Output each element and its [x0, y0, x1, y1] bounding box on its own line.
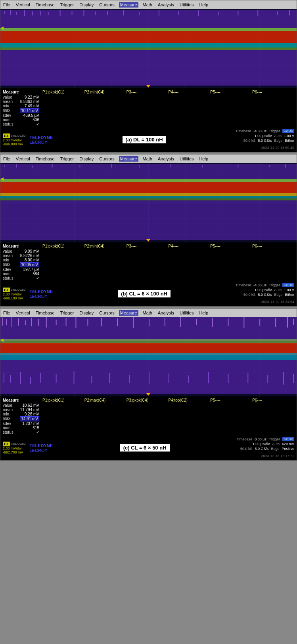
mem-c: 50.0 kS	[240, 447, 253, 451]
timestamp-c: 2023-12-18 12:17:21	[261, 454, 294, 458]
menu-timebase-b[interactable]: Timebase	[34, 156, 56, 162]
menu-analysis-c[interactable]: Analysis	[157, 310, 175, 316]
svg-rect-13	[0, 10, 297, 28]
stat-key-mean-b: mean	[3, 253, 13, 258]
menu-measure-c[interactable]: Measure	[119, 310, 138, 316]
menu-file-a[interactable]: File	[2, 2, 11, 8]
param-p5-b: P5----	[210, 244, 252, 248]
stat-key-value-b: value	[3, 249, 12, 253]
trigger-label-a: Trigger	[269, 129, 280, 133]
stat-val-mean-c: 11.794 mV	[20, 408, 39, 412]
menu-cursors-b[interactable]: Cursors	[98, 156, 116, 162]
ch-coupling-a: BwL DC50	[11, 134, 26, 137]
svg-rect-20	[4, 11, 5, 14]
svg-rect-25	[40, 11, 41, 15]
panel-a: File Vertical Timebase Trigger Display C…	[0, 0, 297, 152]
brand-b: C1 BwL DC50 2.00 mV/div -996.100 mV TELE…	[3, 288, 53, 300]
param-p2-c: P2:max(C4)	[84, 398, 126, 402]
ch-badge-b: C1	[3, 288, 10, 292]
menu-help-b[interactable]: Help	[198, 156, 209, 162]
menu-cursors-a[interactable]: Cursors	[98, 2, 116, 8]
brand-a: C1 BwL DC50 2.00 mV/div -996.000 mV TELE…	[3, 133, 53, 146]
param-p1-c: P1:pkpk(C1)	[42, 398, 84, 402]
svg-rect-57	[0, 164, 297, 179]
menu-analysis-b[interactable]: Analysis	[157, 156, 175, 162]
menu-display-b[interactable]: Display	[78, 156, 95, 162]
svg-rect-98	[11, 317, 12, 327]
stat-key-sdev-c: sdev	[3, 421, 11, 426]
menu-vertical-c[interactable]: Vertical	[15, 310, 31, 316]
menu-file-b[interactable]: File	[2, 156, 11, 162]
menu-file-c[interactable]: File	[2, 310, 11, 316]
tb-delay-c: 0.00 µs	[255, 437, 266, 441]
menu-measure-a[interactable]: Measure	[119, 2, 138, 8]
svg-rect-133	[169, 373, 169, 383]
menu-display-a[interactable]: Display	[78, 2, 95, 8]
menu-math-a[interactable]: Math	[142, 2, 153, 8]
svg-rect-67	[52, 164, 53, 168]
svg-rect-28	[72, 11, 73, 15]
param-p1-b: P1:pkpk(C1)	[42, 244, 84, 248]
menu-timebase-a[interactable]: Timebase	[34, 2, 56, 8]
menu-math-b[interactable]: Math	[142, 156, 153, 162]
caption-c: (c) CL = 6 × 50 nH	[120, 444, 170, 452]
svg-rect-30	[95, 11, 96, 15]
tb-level-b: 1.00 V	[284, 288, 294, 292]
param-p4-b: P4----	[168, 244, 210, 248]
stat-val-max-c: 14.91 mV	[20, 416, 39, 421]
menu-math-c[interactable]: Math	[142, 310, 153, 316]
svg-rect-17	[0, 43, 297, 48]
tb-scale-b: 1.00 µs/div	[255, 288, 272, 292]
tb-auto-b: Auto	[274, 288, 282, 292]
menu-vertical-a[interactable]: Vertical	[15, 2, 31, 8]
svg-rect-134	[188, 375, 189, 383]
svg-rect-62	[0, 198, 297, 200]
caption-a: (a) DL = 100 nH	[123, 136, 166, 143]
svg-rect-39	[257, 10, 258, 16]
measure-label-a: Measure	[3, 90, 42, 94]
measure-section-a: Measure P1:pkpk(C1) P2:min(C4) P3---- P4…	[0, 88, 297, 128]
param-p5-a: P5----	[210, 90, 252, 94]
menu-bar-c: File Vertical Timebase Trigger Display C…	[0, 309, 297, 317]
svg-rect-105	[66, 318, 67, 326]
stat-val-sdev-b: 397.7 µV	[23, 267, 39, 272]
tb-label-a: Timebase	[236, 129, 251, 133]
stat-key-status-b: status	[3, 276, 13, 280]
svg-rect-65	[16, 164, 17, 168]
bottom-status-b: C1 BwL DC50 2.00 mV/div -996.100 mV TELE…	[0, 282, 297, 306]
menu-help-a[interactable]: Help	[198, 2, 209, 8]
svg-rect-119	[275, 318, 276, 327]
menu-vertical-b[interactable]: Vertical	[15, 156, 31, 162]
menu-utilities-c[interactable]: Utilities	[178, 310, 195, 316]
svg-rect-95	[0, 360, 297, 394]
menu-display-c[interactable]: Display	[78, 310, 95, 316]
svg-rect-16	[0, 31, 297, 43]
stat-key-num-c: num	[3, 426, 10, 430]
menu-cursors-c[interactable]: Cursors	[98, 310, 116, 316]
menu-utilities-a[interactable]: Utilities	[178, 2, 195, 8]
svg-rect-60	[0, 193, 297, 196]
lecroy-b: LECROY	[29, 294, 53, 299]
tb-scale-a: 1.00 µs/div	[255, 134, 272, 138]
svg-rect-61	[0, 196, 297, 198]
menu-timebase-c[interactable]: Timebase	[34, 310, 56, 316]
svg-rect-111	[149, 319, 149, 326]
menu-help-c[interactable]: Help	[198, 310, 209, 316]
tb-level-c: 620 mV	[282, 442, 294, 446]
menu-analysis-a[interactable]: Analysis	[157, 2, 175, 8]
menu-trigger-b[interactable]: Trigger	[59, 156, 75, 162]
svg-rect-71	[171, 164, 171, 168]
stat-key-num-a: num	[3, 118, 10, 122]
param-p6-b: P6----	[252, 244, 294, 248]
sr-a: 5.0 GS/s	[258, 139, 272, 143]
svg-rect-58	[0, 179, 297, 182]
param-p3-a: P3----	[126, 90, 169, 94]
waveform-a	[0, 9, 297, 88]
svg-rect-128	[74, 372, 75, 384]
menu-trigger-a[interactable]: Trigger	[59, 2, 75, 8]
menu-measure-b[interactable]: Measure	[119, 156, 138, 162]
menu-trigger-c[interactable]: Trigger	[59, 310, 75, 316]
svg-rect-40	[277, 11, 278, 15]
svg-rect-121	[293, 319, 294, 325]
menu-utilities-b[interactable]: Utilities	[178, 156, 195, 162]
